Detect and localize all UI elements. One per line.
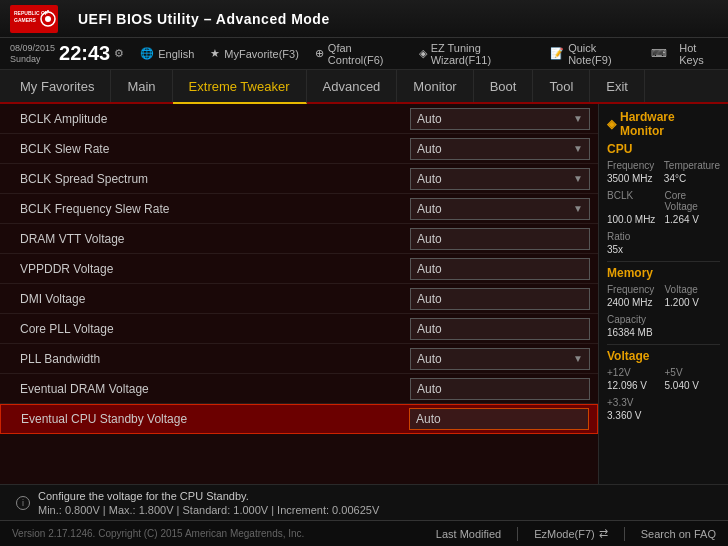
v5-label: +5V xyxy=(665,367,721,378)
dram-vtt-voltage-control[interactable]: Auto xyxy=(410,228,590,250)
bclk-slew-rate-control[interactable]: Auto ▼ xyxy=(410,138,590,160)
footer-actions: Last Modified EzMode(F7) ⇄ Search on FAQ xyxy=(436,527,716,541)
eventual-dram-voltage-control[interactable]: Auto xyxy=(410,378,590,400)
qfan-item[interactable]: ⊕ Qfan Control(F6) xyxy=(315,42,403,66)
footer-separator-2 xyxy=(624,527,625,541)
bclk-slew-rate-dropdown[interactable]: Auto ▼ xyxy=(410,138,590,160)
setting-row-vppddr-voltage[interactable]: VPPDDR Voltage Auto xyxy=(0,254,598,284)
search-faq-button[interactable]: Search on FAQ xyxy=(641,528,716,540)
rog-logo-group: REPUBLIC OF GAMERS xyxy=(10,5,58,33)
ez-mode-icon: ⇄ xyxy=(599,527,608,540)
info-circle-icon: i xyxy=(16,496,30,510)
dmi-voltage-control[interactable]: Auto xyxy=(410,288,590,310)
nav-item-tool[interactable]: Tool xyxy=(533,70,590,102)
pll-bandwidth-label: PLL Bandwidth xyxy=(20,352,410,366)
v33-grid: +3.3V 3.360 V xyxy=(607,397,720,421)
nav-item-exit[interactable]: Exit xyxy=(590,70,645,102)
eventual-cpu-standby-voltage-label: Eventual CPU Standby Voltage xyxy=(21,412,409,426)
nav-item-extreme-tweaker[interactable]: Extreme Tweaker xyxy=(173,70,307,104)
mem-freq-voltage-grid: Frequency Voltage 2400 MHz 1.200 V xyxy=(607,284,720,308)
last-modified-button[interactable]: Last Modified xyxy=(436,528,501,540)
setting-row-bclk-freq-slew-rate[interactable]: BCLK Frequency Slew Rate Auto ▼ xyxy=(0,194,598,224)
copyright-text: Version 2.17.1246. Copyright (C) 2015 Am… xyxy=(12,528,304,539)
hot-keys-item[interactable]: ⌨ Hot Keys xyxy=(651,42,718,66)
day-display: Sunday xyxy=(10,54,55,65)
bclk-amplitude-control[interactable]: Auto ▼ xyxy=(410,108,590,130)
cpu-core-voltage-value: 1.264 V xyxy=(665,214,721,225)
dmi-voltage-value[interactable]: Auto xyxy=(410,288,590,310)
core-pll-voltage-control[interactable]: Auto xyxy=(410,318,590,340)
vppddr-voltage-label: VPPDDR Voltage xyxy=(20,262,410,276)
cpu-frequency-value: 3500 MHz xyxy=(607,173,662,184)
hotkeys-icon: ⌨ xyxy=(651,47,667,60)
fan-icon: ⊕ xyxy=(315,47,324,60)
setting-row-eventual-cpu-standby-voltage[interactable]: Eventual CPU Standby Voltage Auto xyxy=(0,404,598,434)
bclk-amplitude-dropdown[interactable]: Auto ▼ xyxy=(410,108,590,130)
setting-row-pll-bandwidth[interactable]: PLL Bandwidth Auto ▼ xyxy=(0,344,598,374)
cpu-memory-divider xyxy=(607,261,720,262)
setting-row-core-pll-voltage[interactable]: Core PLL Voltage Auto xyxy=(0,314,598,344)
nav-item-monitor[interactable]: Monitor xyxy=(397,70,473,102)
header-bar: REPUBLIC OF GAMERS UEFI BIOS Utility – A… xyxy=(0,0,728,38)
footer-bar: Version 2.17.1246. Copyright (C) 2015 Am… xyxy=(0,520,728,546)
ez-tuning-item[interactable]: ◈ EZ Tuning Wizard(F11) xyxy=(419,42,535,66)
dram-vtt-voltage-value[interactable]: Auto xyxy=(410,228,590,250)
settings-gear-icon[interactable]: ⚙ xyxy=(114,47,124,60)
cpu-section-title: CPU xyxy=(607,142,720,156)
rog-logo-svg: REPUBLIC OF GAMERS xyxy=(10,5,58,33)
v5-value: 5.040 V xyxy=(665,380,721,391)
cpu-core-voltage-label: Core Voltage xyxy=(665,190,721,212)
monitor-icon: ◈ xyxy=(607,117,616,131)
nav-item-advanced[interactable]: Advanced xyxy=(307,70,398,102)
main-content: BCLK Amplitude Auto ▼ BCLK Slew Rate Aut… xyxy=(0,104,728,484)
bclk-freq-slew-rate-control[interactable]: Auto ▼ xyxy=(410,198,590,220)
mem-capacity-label: Capacity xyxy=(607,314,720,325)
bclk-freq-slew-rate-label: BCLK Frequency Slew Rate xyxy=(20,202,410,216)
nav-item-boot[interactable]: Boot xyxy=(474,70,534,102)
setting-row-bclk-slew-rate[interactable]: BCLK Slew Rate Auto ▼ xyxy=(0,134,598,164)
setting-row-dram-vtt-voltage[interactable]: DRAM VTT Voltage Auto xyxy=(0,224,598,254)
bclk-spread-spectrum-dropdown[interactable]: Auto ▼ xyxy=(410,168,590,190)
bclk-spread-spectrum-control[interactable]: Auto ▼ xyxy=(410,168,590,190)
hw-monitor-title: ◈ Hardware Monitor xyxy=(607,110,720,138)
eventual-dram-voltage-value[interactable]: Auto xyxy=(410,378,590,400)
nav-item-my-favorites[interactable]: My Favorites xyxy=(0,70,111,102)
bottom-info-bar: i Configure the voltage for the CPU Stan… xyxy=(0,484,728,520)
pll-bandwidth-dropdown[interactable]: Auto ▼ xyxy=(410,348,590,370)
quick-note-item[interactable]: 📝 Quick Note(F9) xyxy=(550,42,635,66)
myfavorite-item[interactable]: ★ MyFavorite(F3) xyxy=(210,47,299,60)
hot-keys-label: Hot Keys xyxy=(679,42,718,66)
nav-item-main[interactable]: Main xyxy=(111,70,172,102)
setting-row-dmi-voltage[interactable]: DMI Voltage Auto xyxy=(0,284,598,314)
eventual-cpu-standby-voltage-value[interactable]: Auto xyxy=(409,408,589,430)
mem-frequency-label: Frequency xyxy=(607,284,663,295)
vppddr-voltage-control[interactable]: Auto xyxy=(410,258,590,280)
cpu-temperature-value: 34°C xyxy=(664,173,720,184)
date-day: 08/09/2015 Sunday xyxy=(10,43,55,65)
hardware-monitor-panel: ◈ Hardware Monitor CPU Frequency Tempera… xyxy=(598,104,728,484)
svg-point-4 xyxy=(45,16,51,22)
mem-frequency-value: 2400 MHz xyxy=(607,297,663,308)
ez-mode-button[interactable]: EzMode(F7) ⇄ xyxy=(534,527,608,540)
dmi-voltage-label: DMI Voltage xyxy=(20,292,410,306)
bclk-amplitude-label: BCLK Amplitude xyxy=(20,112,410,126)
dram-vtt-voltage-label: DRAM VTT Voltage xyxy=(20,232,410,246)
vppddr-voltage-value[interactable]: Auto xyxy=(410,258,590,280)
bclk-freq-slew-rate-dropdown[interactable]: Auto ▼ xyxy=(410,198,590,220)
eventual-cpu-standby-voltage-control[interactable]: Auto xyxy=(409,408,589,430)
cpu-bclk-value: 100.0 MHz xyxy=(607,214,663,225)
wizard-icon: ◈ xyxy=(419,47,427,60)
bclk-spread-spectrum-label: BCLK Spread Spectrum xyxy=(20,172,410,186)
setting-row-bclk-spread-spectrum[interactable]: BCLK Spread Spectrum Auto ▼ xyxy=(0,164,598,194)
last-modified-label: Last Modified xyxy=(436,528,501,540)
setting-row-bclk-amplitude[interactable]: BCLK Amplitude Auto ▼ xyxy=(0,104,598,134)
cpu-ratio-value: 35x xyxy=(607,244,720,255)
setting-row-eventual-dram-voltage[interactable]: Eventual DRAM Voltage Auto xyxy=(0,374,598,404)
language-item[interactable]: 🌐 English xyxy=(140,47,194,60)
hint-text: Configure the voltage for the CPU Standb… xyxy=(38,490,379,502)
mem-voltage-value: 1.200 V xyxy=(665,297,721,308)
core-pll-voltage-value[interactable]: Auto xyxy=(410,318,590,340)
pll-bandwidth-control[interactable]: Auto ▼ xyxy=(410,348,590,370)
bclk-slew-rate-label: BCLK Slew Rate xyxy=(20,142,410,156)
memory-section-title: Memory xyxy=(607,266,720,280)
